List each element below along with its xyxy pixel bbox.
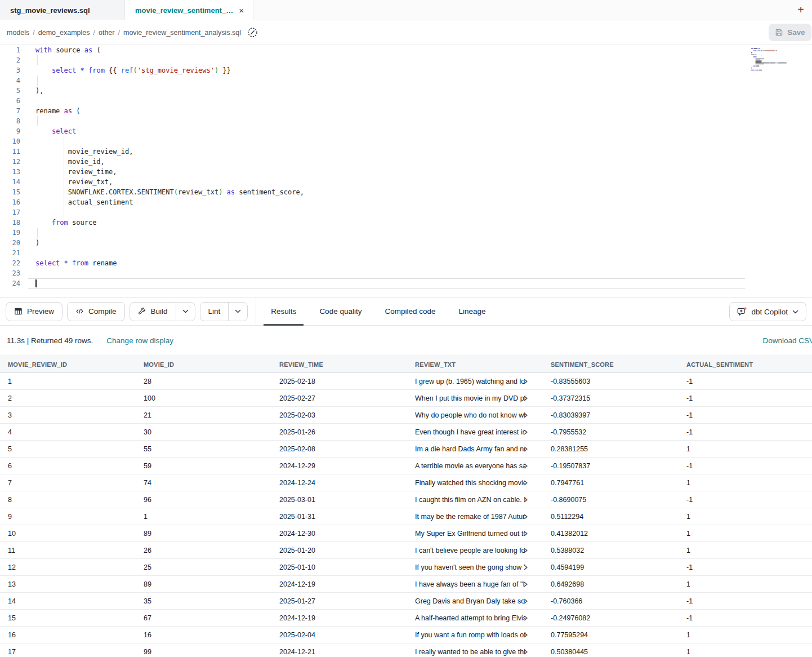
expand-cell-icon[interactable] bbox=[523, 615, 528, 621]
expand-cell-icon[interactable] bbox=[523, 649, 528, 655]
code-line-2[interactable]: 2 bbox=[0, 55, 812, 65]
preview-button[interactable]: Preview bbox=[6, 302, 63, 321]
review-text: It may be the remake of 1987 Autumn'… bbox=[415, 513, 525, 521]
expand-cell-icon[interactable] bbox=[523, 632, 528, 638]
code-line-16[interactable]: 16 actual_sentiment bbox=[0, 197, 812, 207]
code-line-20[interactable]: 20) bbox=[0, 238, 812, 248]
indent-guide bbox=[37, 116, 38, 126]
code-line-24[interactable]: 24 bbox=[0, 278, 812, 288]
code-line-11[interactable]: 11 movie_review_id, bbox=[0, 147, 812, 157]
results-toolbar: Preview Compile Build bbox=[0, 297, 812, 326]
line-number: 23 bbox=[0, 268, 20, 278]
expand-cell-icon[interactable] bbox=[523, 429, 528, 435]
table-row: 6592024-12-29A terrible movie as everyon… bbox=[0, 458, 812, 474]
line-number: 5 bbox=[0, 86, 20, 96]
sql-code-editor[interactable]: 1with source as (23 select * from {{ ref… bbox=[0, 45, 812, 297]
expand-cell-icon[interactable] bbox=[523, 412, 528, 418]
line-number: 2 bbox=[0, 55, 20, 65]
cell-sentiment_score: -0.24976082 bbox=[543, 610, 679, 627]
expand-cell-icon[interactable] bbox=[523, 513, 528, 520]
dbt-copilot-button[interactable]: dbt Copilot bbox=[729, 302, 806, 321]
cell-movie_id: 55 bbox=[136, 441, 271, 458]
cell-review_txt: My Super Ex Girlfriend turned out to b… bbox=[407, 525, 543, 542]
code-line-8[interactable]: 8 bbox=[0, 116, 812, 126]
indent-guide bbox=[64, 136, 64, 147]
cell-movie_id: 16 bbox=[136, 627, 271, 643]
code-line-7[interactable]: 7rename as ( bbox=[0, 106, 812, 116]
cell-review_txt: I caught this film on AZN on cable. It s… bbox=[407, 491, 543, 508]
indent-guide bbox=[64, 177, 64, 187]
code-line-text: select bbox=[35, 126, 76, 136]
tab-lineage[interactable]: Lineage bbox=[452, 297, 493, 326]
cell-movie_id: 74 bbox=[136, 474, 271, 491]
close-tab-icon[interactable]: × bbox=[239, 6, 244, 15]
results-table-container: MOVIE_REVIEW_IDMOVIE_IDREVIEW_TIMEREVIEW… bbox=[0, 356, 812, 657]
code-line-3[interactable]: 3 select * from {{ ref('stg_movie_review… bbox=[0, 65, 812, 76]
expand-cell-icon[interactable] bbox=[523, 378, 528, 384]
file-tab-stg-movie-reviews[interactable]: stg_movie_reviews.sql bbox=[0, 0, 125, 20]
tab-compiled-code[interactable]: Compiled code bbox=[377, 297, 443, 326]
build-dropdown-chevron[interactable] bbox=[176, 303, 195, 321]
breadcrumb-bar: models / demo_examples / other / movie_r… bbox=[0, 20, 812, 45]
expand-cell-icon[interactable] bbox=[523, 480, 528, 486]
docs-generate-icon[interactable] bbox=[247, 26, 258, 38]
code-line-4[interactable]: 4 bbox=[0, 76, 812, 86]
save-button[interactable]: Save bbox=[769, 24, 811, 41]
code-line-18[interactable]: 18 from source bbox=[0, 217, 812, 228]
cell-review_txt: Im a die hard Dads Army fan and nothi… bbox=[407, 441, 543, 458]
table-row: 10892024-12-30My Super Ex Girlfriend tur… bbox=[0, 525, 812, 542]
expand-cell-icon[interactable] bbox=[523, 564, 528, 570]
cell-actual_sentiment: 1 bbox=[679, 474, 812, 491]
expand-cell-icon[interactable] bbox=[523, 496, 528, 503]
code-line-12[interactable]: 12 movie_id, bbox=[0, 157, 812, 167]
download-csv-link[interactable]: Download CSV bbox=[762, 336, 812, 345]
cell-actual_sentiment: -1 bbox=[679, 610, 812, 627]
code-line-21[interactable]: 21 bbox=[0, 248, 812, 258]
tab-code-quality[interactable]: Code quality bbox=[312, 297, 369, 326]
lint-dropdown-chevron[interactable] bbox=[228, 303, 247, 321]
expand-cell-icon[interactable] bbox=[523, 446, 528, 452]
code-line-1[interactable]: 1with source as ( bbox=[0, 45, 812, 55]
expand-cell-icon[interactable] bbox=[523, 581, 528, 587]
tab-results[interactable]: Results bbox=[264, 297, 304, 326]
code-line-13[interactable]: 13 review_time, bbox=[0, 167, 812, 177]
cell-movie_review_id: 14 bbox=[0, 593, 136, 610]
compile-button[interactable]: Compile bbox=[67, 302, 125, 321]
new-tab-button[interactable]: + bbox=[789, 0, 812, 20]
compile-label: Compile bbox=[88, 307, 117, 316]
code-line-17[interactable]: 17 bbox=[0, 207, 812, 217]
cell-movie_id: 30 bbox=[136, 424, 271, 441]
cell-movie_id: 100 bbox=[136, 390, 271, 407]
code-line-text: rename as ( bbox=[35, 106, 80, 116]
code-line-15[interactable]: 15 SNOWFLAKE.CORTEX.SENTIMENT(review_txt… bbox=[0, 187, 812, 197]
code-line-10[interactable]: 10 bbox=[0, 136, 812, 147]
editor-minimap[interactable] bbox=[749, 48, 807, 82]
expand-cell-icon[interactable] bbox=[523, 547, 528, 553]
expand-cell-icon[interactable] bbox=[523, 395, 528, 401]
code-line-22[interactable]: 22select * from rename bbox=[0, 258, 812, 268]
expand-cell-icon[interactable] bbox=[523, 530, 528, 536]
code-line-23[interactable]: 23 bbox=[0, 268, 812, 278]
chevron-down-icon bbox=[792, 310, 798, 314]
expand-cell-icon[interactable] bbox=[523, 598, 528, 604]
change-row-display-link[interactable]: Change row display bbox=[106, 336, 173, 345]
build-button[interactable]: Build bbox=[130, 302, 195, 321]
code-line-19[interactable]: 19 bbox=[0, 228, 812, 238]
code-line-9[interactable]: 9 select bbox=[0, 126, 812, 136]
line-number: 20 bbox=[0, 238, 20, 248]
code-line-14[interactable]: 14 review_txt, bbox=[0, 177, 812, 187]
code-line-5[interactable]: 5), bbox=[0, 86, 812, 96]
review-text: A terrible movie as everyone has said. … bbox=[415, 462, 525, 470]
lint-button[interactable]: Lint bbox=[200, 302, 248, 321]
column-header-review_txt: REVIEW_TXT bbox=[407, 356, 543, 373]
preview-label: Preview bbox=[27, 307, 54, 316]
code-line-text: movie_review_id, bbox=[35, 147, 133, 157]
expand-cell-icon[interactable] bbox=[523, 463, 528, 469]
code-line-6[interactable]: 6 bbox=[0, 96, 812, 106]
file-tab-movie-review-sentiment[interactable]: movie_review_sentiment_… × bbox=[125, 0, 253, 21]
cell-movie_id: 89 bbox=[136, 576, 271, 593]
line-number: 3 bbox=[0, 65, 20, 76]
cell-actual_sentiment: 1 bbox=[679, 441, 812, 458]
code-lines: 1with source as (23 select * from {{ ref… bbox=[0, 45, 812, 288]
cell-review_time: 2024-12-24 bbox=[271, 474, 407, 491]
